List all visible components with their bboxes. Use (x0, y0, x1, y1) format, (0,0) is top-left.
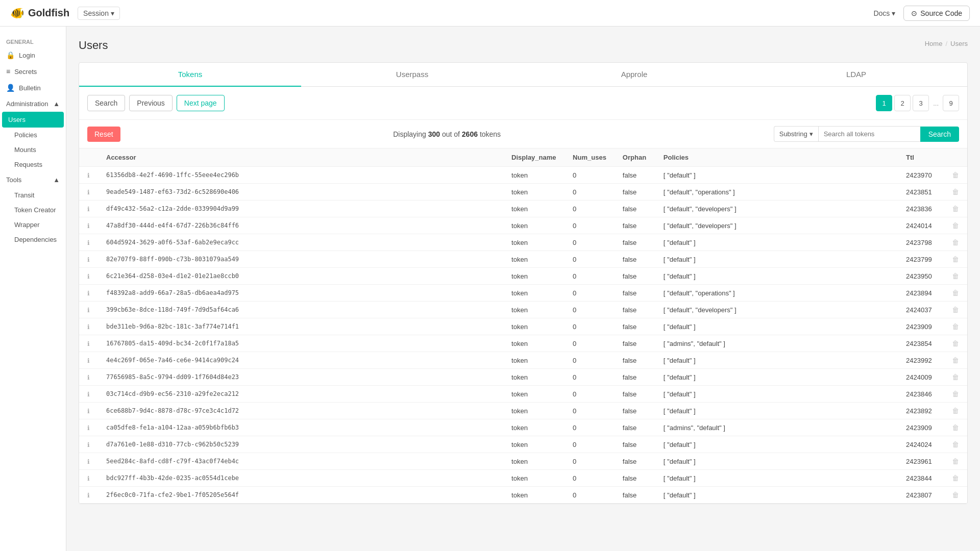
delete-icon[interactable]: 🗑 (952, 238, 959, 246)
sidebar-group-administration[interactable]: Administration ▲ (0, 96, 66, 112)
delete-icon[interactable]: 🗑 (952, 373, 959, 381)
page-button-9[interactable]: 9 (943, 95, 959, 111)
info-icon[interactable]: ℹ (87, 206, 90, 213)
info-icon[interactable]: ℹ (87, 492, 90, 499)
info-icon[interactable]: ℹ (87, 458, 90, 465)
delete-icon[interactable]: 🗑 (952, 356, 959, 364)
sidebar-item-bulletin[interactable]: 👤 Bulletin (0, 80, 66, 96)
policies-cell: [ "default", "operations" ] (655, 184, 898, 201)
delete-icon[interactable]: 🗑 (952, 171, 959, 179)
sidebar-group-tools[interactable]: Tools ▲ (0, 172, 66, 188)
table-row: ℹ 61356db8-4e2f-4690-1ffc-55eee4ec296b t… (79, 167, 967, 184)
num-uses-cell: 0 (565, 251, 615, 268)
policies-cell: [ "default" ] (655, 386, 898, 403)
sidebar-item-users[interactable]: Users (2, 112, 64, 128)
search-button[interactable]: Search (87, 95, 125, 111)
delete-icon[interactable]: 🗑 (952, 289, 959, 297)
info-icon[interactable]: ℹ (87, 374, 90, 381)
info-icon[interactable]: ℹ (87, 340, 90, 347)
logo[interactable]: 🐠 Goldfish (10, 7, 69, 20)
policies-cell: [ "default" ] (655, 369, 898, 386)
docs-button[interactable]: Docs ▾ (873, 9, 895, 17)
info-icon[interactable]: ℹ (87, 475, 90, 482)
page-button-2[interactable]: 2 (894, 95, 911, 111)
page-button-1[interactable]: 1 (876, 95, 892, 111)
delete-icon[interactable]: 🗑 (952, 306, 959, 314)
info-icon[interactable]: ℹ (87, 323, 90, 331)
info-icon[interactable]: ℹ (87, 172, 90, 179)
lock-icon: 🔒 (6, 51, 15, 59)
delete-icon[interactable]: 🗑 (952, 474, 959, 482)
delete-icon[interactable]: 🗑 (952, 221, 959, 230)
accessor-cell: 47a8df30-444d-e4f4-67d7-226b36c84ff6 (98, 217, 503, 234)
tab-ldap[interactable]: LDAP (745, 63, 967, 87)
sidebar-item-token-creator[interactable]: Token Creator (0, 203, 66, 217)
info-icon[interactable]: ℹ (87, 290, 90, 297)
orphan-cell: false (615, 352, 655, 369)
previous-button[interactable]: Previous (129, 95, 172, 111)
delete-icon[interactable]: 🗑 (952, 440, 959, 448)
page-button-3[interactable]: 3 (913, 95, 929, 111)
token-search-input[interactable] (818, 126, 920, 142)
info-icon[interactable]: ℹ (87, 222, 90, 230)
source-code-label: Source Code (920, 9, 962, 17)
ttl-cell: 2423909 (898, 419, 944, 436)
filter-row: Reset Displaying 300 out of 2606 tokens … (79, 120, 967, 148)
tab-approle[interactable]: Approle (523, 63, 745, 87)
delete-icon[interactable]: 🗑 (952, 339, 959, 347)
sidebar-item-wrapper[interactable]: Wrapper (0, 217, 66, 232)
delete-icon[interactable]: 🗑 (952, 188, 959, 196)
delete-icon[interactable]: 🗑 (952, 322, 959, 331)
sidebar-item-transit[interactable]: Transit (0, 188, 66, 203)
sidebar-item-secrets[interactable]: ≡ Secrets (0, 63, 66, 80)
num-uses-cell: 0 (565, 234, 615, 251)
info-icon[interactable]: ℹ (87, 189, 90, 196)
ttl-cell: 2423950 (898, 268, 944, 285)
info-icon[interactable]: ℹ (87, 256, 90, 263)
delete-icon[interactable]: 🗑 (952, 491, 959, 499)
sidebar-item-login[interactable]: 🔒 Login (0, 47, 66, 63)
next-page-button[interactable]: Next page (177, 95, 225, 111)
delete-icon[interactable]: 🗑 (952, 255, 959, 263)
display-info: Displaying 300 out of 2606 tokens (127, 130, 768, 138)
info-icon[interactable]: ℹ (87, 307, 90, 314)
display-name-cell: token (503, 167, 565, 184)
info-icon[interactable]: ℹ (87, 408, 90, 415)
table-row: ℹ d7a761e0-1e88-d310-77cb-c962b50c5239 t… (79, 436, 967, 453)
delete-icon[interactable]: 🗑 (952, 457, 959, 465)
reset-button[interactable]: Reset (87, 127, 120, 142)
num-uses-cell: 0 (565, 487, 615, 504)
sidebar-item-dependencies[interactable]: Dependencies (0, 232, 66, 247)
tab-userpass[interactable]: Userpass (301, 63, 523, 87)
sidebar-item-secrets-label: Secrets (14, 68, 37, 76)
delete-icon[interactable]: 🗑 (952, 205, 959, 213)
info-icon[interactable]: ℹ (87, 239, 90, 246)
delete-icon[interactable]: 🗑 (952, 423, 959, 432)
source-code-button[interactable]: ⊙ Source Code (903, 6, 970, 21)
table-row: ℹ bde311eb-9d6a-82bc-181c-3af774e714f1 t… (79, 318, 967, 335)
policies-cell: [ "default" ] (655, 487, 898, 504)
sidebar-item-requests[interactable]: Requests (0, 157, 66, 172)
accessor-cell: 6c21e364-d258-03e4-d1e2-01e21ae8ccb0 (98, 268, 503, 285)
tab-tokens[interactable]: Tokens (79, 63, 301, 87)
breadcrumb: Home / Users (925, 40, 968, 47)
accessor-cell: 9eade549-1487-ef63-73d2-6c528690e406 (98, 184, 503, 201)
table-row: ℹ 4e4c269f-065e-7a46-ce6e-9414ca909c24 t… (79, 352, 967, 369)
sidebar-item-policies[interactable]: Policies (0, 128, 66, 142)
info-icon[interactable]: ℹ (87, 273, 90, 280)
info-icon[interactable]: ℹ (87, 391, 90, 398)
search-filter: Substring ▾ Search (774, 126, 959, 142)
info-icon[interactable]: ℹ (87, 424, 90, 432)
breadcrumb-home[interactable]: Home (925, 40, 943, 47)
info-icon[interactable]: ℹ (87, 357, 90, 364)
session-button[interactable]: Session ▾ (78, 7, 120, 20)
info-icon[interactable]: ℹ (87, 441, 90, 448)
delete-icon[interactable]: 🗑 (952, 390, 959, 398)
token-search-button[interactable]: Search (920, 127, 959, 142)
num-uses-cell: 0 (565, 302, 615, 318)
delete-icon[interactable]: 🗑 (952, 272, 959, 280)
substring-select[interactable]: Substring ▾ (774, 126, 818, 142)
delete-icon[interactable]: 🗑 (952, 407, 959, 415)
col-header-display-name: Display_name (503, 148, 565, 167)
sidebar-item-mounts[interactable]: Mounts (0, 142, 66, 157)
